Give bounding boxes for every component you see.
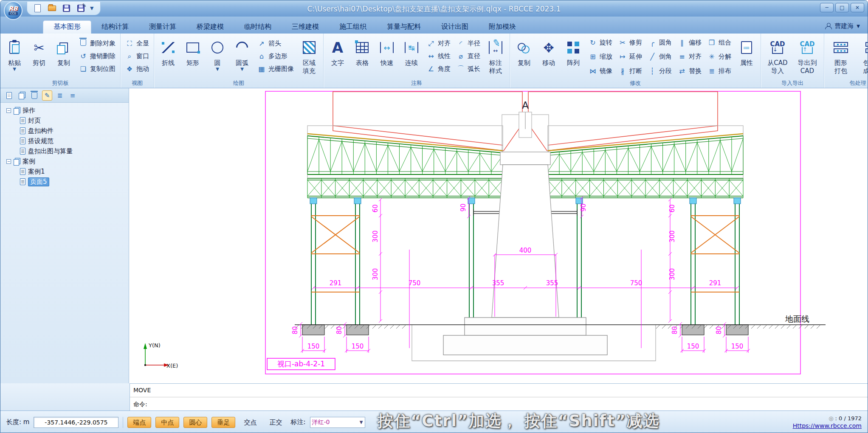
collapse-icon[interactable]: − <box>6 108 11 113</box>
tab-bridge-modeling[interactable]: 桥梁建模 <box>186 21 234 34</box>
undo-delete-button[interactable]: ↺撤销删除 <box>76 50 118 62</box>
tab-quantity-materials[interactable]: 算量与配料 <box>377 21 431 34</box>
tab-structural-calc[interactable]: 结构计算 <box>91 21 139 34</box>
offset-button[interactable]: ∥偏移 <box>675 36 705 49</box>
polyline-icon <box>162 42 175 53</box>
tree-item-case1[interactable]: 案例1 <box>0 166 129 177</box>
copy-button[interactable]: 复制 <box>51 35 76 79</box>
tree-item-pankou-components[interactable]: 盘扣构件 <box>0 126 129 136</box>
polyline-button[interactable]: 折线 <box>156 35 180 79</box>
arc-length-dim-button[interactable]: ⌒弧长 <box>454 62 483 75</box>
raster-image-button[interactable]: ▦光栅图像 <box>254 62 297 75</box>
quick-dim-button[interactable]: ↔ 快速 <box>375 35 399 79</box>
paste-button[interactable]: 粘贴 ▼ <box>2 35 27 79</box>
dim-style-select[interactable]: 洋红-0 ▼ <box>310 417 365 428</box>
tree-item-cover-page[interactable]: 封页 <box>0 115 129 126</box>
arc-button[interactable]: 圆弧 ▼ <box>230 35 254 79</box>
app-logo[interactable]: RB CCE <box>4 1 23 20</box>
fillet-button[interactable]: ╭圆角 <box>645 36 675 49</box>
align-button[interactable]: ≡对齐 <box>675 51 705 63</box>
pack-graphics-button[interactable]: 图形 打包 <box>826 35 856 79</box>
copy-page-button[interactable] <box>17 90 27 101</box>
cut-button[interactable]: ✂ 剪切 <box>27 35 51 79</box>
export-to-cad-button[interactable]: CAD↑ 导出到 CAD <box>792 35 822 79</box>
close-button[interactable]: ✕ <box>851 3 864 12</box>
restore-package-button[interactable]: 包还原 成原图 <box>856 35 868 79</box>
tree-item-pankou-drawing-quantity[interactable]: 盘扣出图与算量 <box>0 146 129 156</box>
drawing-canvas[interactable]: 地面线 291750355355750291400150150150150603… <box>129 88 868 383</box>
tree-item-erection-spec[interactable]: 搭设规范 <box>0 136 129 146</box>
replace-button[interactable]: ⇄替换 <box>675 65 705 77</box>
rotate-icon: ↻ <box>589 39 597 47</box>
collapse-icon[interactable]: − <box>6 159 11 164</box>
expand-all-button[interactable]: ≣ <box>55 90 65 101</box>
zoom-window-button[interactable]: ⌕窗口 <box>122 50 152 62</box>
radius-dim-button[interactable]: ◜半径 <box>454 37 483 50</box>
angle-dim-button[interactable]: ∠角度 <box>424 62 454 75</box>
rename-page-button[interactable]: ✎ <box>42 90 52 101</box>
region-fill-button[interactable]: 区域 填充 <box>297 35 321 79</box>
command-prompt[interactable]: 命令: <box>130 397 868 411</box>
polygon-button[interactable]: ⌂多边形 <box>254 50 297 62</box>
expand-list-icon: ≣ <box>57 92 63 99</box>
radius-dim-icon: ◜ <box>457 39 465 48</box>
maximize-button[interactable]: □ <box>835 3 849 12</box>
tab-survey-calc[interactable]: 测量计算 <box>139 21 186 34</box>
diameter-dim-button[interactable]: ⌀直径 <box>454 50 483 62</box>
extend-button[interactable]: ↦延伸 <box>615 51 645 63</box>
properties-button[interactable]: ≔ 属性 <box>734 35 759 79</box>
trim-button[interactable]: ✂修剪 <box>615 36 645 49</box>
snap-endpoint-toggle[interactable]: 端点 <box>127 417 151 428</box>
chamfer-button[interactable]: ╱倒角 <box>645 51 675 63</box>
tab-basic-graphics[interactable]: 基本图形 <box>43 20 91 34</box>
rectangle-button[interactable]: 矩形 <box>180 35 205 79</box>
tree-item-cases[interactable]: −案例 <box>0 156 129 166</box>
ribbon-group-modify: 复制 ✥ 移动 阵列 ↻旋转 ⊞缩放 ⋈镜像 ✂修剪 ↦延伸 ∦打断 <box>510 34 761 88</box>
svg-text:60: 60 <box>668 204 676 212</box>
tab-design-drawing[interactable]: 设计出图 <box>431 21 479 34</box>
table-button[interactable]: 表格 <box>350 35 375 79</box>
group-label-import-export: 导入导出 <box>761 79 824 87</box>
minimize-button[interactable]: ─ <box>820 3 834 12</box>
tab-construction-org[interactable]: 施工组织 <box>329 21 377 34</box>
copy-bitmap-button[interactable]: ❏复制位图 <box>76 62 118 75</box>
zoom-fit-button[interactable]: ⛶全显 <box>122 37 152 50</box>
text-button[interactable]: A 文字 <box>325 35 350 79</box>
import-from-cad-button[interactable]: CAD↓ 从CAD 导入 <box>763 35 792 79</box>
snap-midpoint-toggle[interactable]: 中点 <box>155 417 179 428</box>
array-button[interactable]: 阵列 <box>561 35 586 79</box>
snap-intersection-toggle[interactable]: 交点 <box>240 417 261 428</box>
snap-center-toggle[interactable]: 圆心 <box>183 417 207 428</box>
move-button[interactable]: ✥ 移动 <box>536 35 561 79</box>
modify-copy-button[interactable]: 复制 <box>512 35 536 79</box>
arrow-button[interactable]: ↗箭头 <box>254 37 297 50</box>
rotate-button[interactable]: ↻旋转 <box>586 36 615 49</box>
circle-button[interactable]: 圆 ▼ <box>205 35 230 79</box>
mirror-button[interactable]: ⋈镜像 <box>586 65 615 77</box>
command-window[interactable]: MOVE 命令: <box>130 383 868 411</box>
delete-page-button[interactable] <box>29 90 39 101</box>
tree-item-operations[interactable]: −操作 <box>0 105 129 115</box>
segment-button[interactable]: ┆分段 <box>645 65 675 77</box>
arrange-button[interactable]: ≣排布 <box>705 65 734 77</box>
aligned-dim-button[interactable]: ⤢对齐 <box>424 37 454 50</box>
explode-button[interactable]: ✳分解 <box>705 51 734 63</box>
continuous-dim-button[interactable]: ↹ 连续 <box>399 35 424 79</box>
user-account[interactable]: 曹建海 ▼ <box>825 22 868 34</box>
website-link[interactable]: Https://www.rbcce.com <box>793 422 862 429</box>
delete-object-button[interactable]: 删除对象 <box>76 37 118 50</box>
add-page-button[interactable] <box>4 90 14 101</box>
snap-perpendicular-toggle[interactable]: 垂足 <box>211 417 235 428</box>
pan-button[interactable]: ❖拖动 <box>122 62 152 75</box>
tab-temporary-structure[interactable]: 临时结构 <box>234 21 282 34</box>
tab-addon-modules[interactable]: 附加模块 <box>479 21 526 34</box>
tree-item-page5[interactable]: 页面5 <box>0 177 129 187</box>
linear-dim-button[interactable]: ↔线性 <box>424 50 454 62</box>
dim-style-button[interactable]: ↔ 标注 样式 <box>483 35 508 79</box>
tab-3d-modeling[interactable]: 三维建模 <box>282 21 329 34</box>
scale-button[interactable]: ⊞缩放 <box>586 51 615 63</box>
break-button[interactable]: ∦打断 <box>615 65 645 77</box>
ortho-toggle[interactable]: 正交 <box>265 417 286 428</box>
collapse-all-button[interactable]: ≡ <box>68 90 78 101</box>
group-button[interactable]: ❒组合 <box>705 36 734 49</box>
